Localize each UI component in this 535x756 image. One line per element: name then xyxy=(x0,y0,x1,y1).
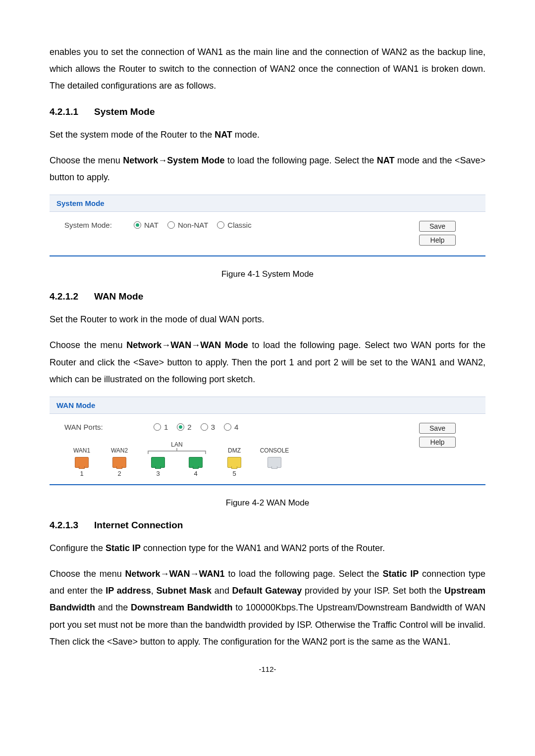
radio-dot-icon xyxy=(154,423,161,431)
port-lan4: 4 xyxy=(183,455,208,477)
save-button[interactable]: Save xyxy=(419,423,456,434)
para-internet-1: Configure the Static IP connection type … xyxy=(50,540,485,556)
system-mode-label: System Mode: xyxy=(64,221,134,229)
radio-nat[interactable]: NAT xyxy=(134,221,159,229)
radio-dot-icon xyxy=(217,221,224,229)
radio-dot-icon xyxy=(177,423,184,431)
wan-mode-panel: WAN Mode WAN Ports: 1 2 3 xyxy=(50,397,485,485)
para-internet-2: Choose the menu Network→WAN→WAN1 to load… xyxy=(50,565,485,650)
lan-bracket: LAN 3 4 xyxy=(145,441,209,477)
radio-wan-2[interactable]: 2 xyxy=(177,423,191,431)
system-mode-panel-title: System Mode xyxy=(50,195,485,212)
radio-dot-icon xyxy=(201,423,208,431)
port-icon xyxy=(227,457,241,468)
heading-internet-connection: 4.2.1.3Internet Connection xyxy=(50,520,485,531)
radio-wan-4[interactable]: 4 xyxy=(224,423,238,431)
help-button[interactable]: Help xyxy=(419,235,456,246)
system-mode-panel: System Mode System Mode: NAT Non-NAT Cla… xyxy=(50,195,485,256)
intro-paragraph: enables you to set the connection of WAN… xyxy=(50,44,485,95)
wan-mode-panel-title: WAN Mode xyxy=(50,397,485,414)
radio-classic[interactable]: Classic xyxy=(217,221,251,229)
port-icon xyxy=(75,457,89,468)
radio-wan-1[interactable]: 1 xyxy=(154,423,168,431)
para-system-mode-1: Set the system mode of the Router to the… xyxy=(50,126,485,143)
radio-dot-icon xyxy=(167,221,175,229)
radio-non-nat[interactable]: Non-NAT xyxy=(167,221,208,229)
heading-system-mode: 4.2.1.1System Mode xyxy=(50,106,485,117)
save-button[interactable]: Save xyxy=(419,221,456,232)
wan-ports-label: WAN Ports: xyxy=(64,423,154,431)
figure-caption-2: Figure 4-2 WAN Mode xyxy=(50,498,485,508)
radio-wan-3[interactable]: 3 xyxy=(201,423,215,431)
bracket-icon xyxy=(147,448,207,455)
figure-caption-1: Figure 4-1 System Mode xyxy=(50,269,485,279)
port-dmz: DMZ 5 xyxy=(222,447,247,477)
para-wan-mode-2: Choose the menu Network→WAN→WAN Mode to … xyxy=(50,337,485,388)
port-icon xyxy=(112,457,126,468)
port-icon xyxy=(151,457,165,468)
para-system-mode-2: Choose the menu Network→System Mode to l… xyxy=(50,152,485,186)
heading-wan-mode: 4.2.1.2WAN Mode xyxy=(50,291,485,302)
port-wan2: WAN2 2 xyxy=(107,447,132,477)
port-wan1: WAN1 1 xyxy=(69,447,94,477)
radio-dot-icon xyxy=(134,221,141,229)
port-icon xyxy=(189,457,203,468)
help-button[interactable]: Help xyxy=(419,437,456,448)
port-console: CONSOLE xyxy=(260,447,289,477)
para-wan-mode-1: Set the Router to work in the mode of du… xyxy=(50,311,485,328)
port-icon xyxy=(268,457,281,468)
port-lan3: 3 xyxy=(146,455,170,477)
page-number: -112- xyxy=(50,665,485,673)
radio-dot-icon xyxy=(224,423,231,431)
